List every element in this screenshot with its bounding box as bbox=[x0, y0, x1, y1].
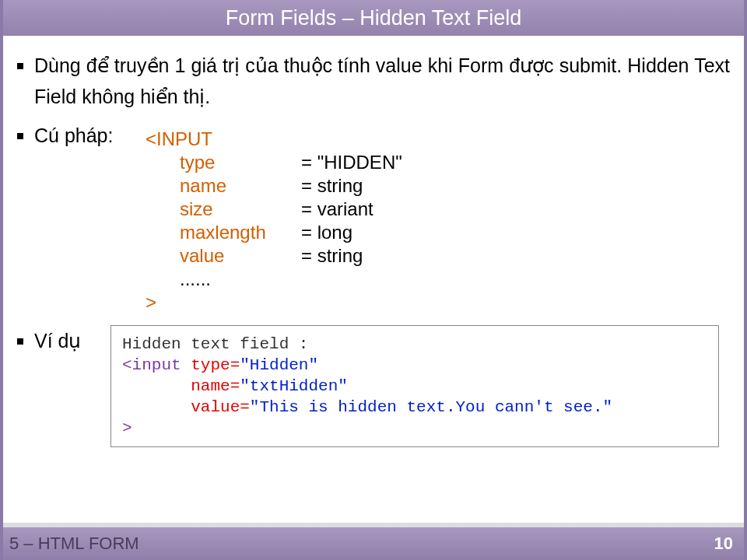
syntax-attr-value: = string bbox=[301, 174, 363, 198]
syntax-ellipsis: ...... bbox=[146, 268, 730, 291]
syntax-attr-name: value bbox=[146, 244, 301, 268]
syntax-row: value = string bbox=[146, 244, 730, 268]
example-code-box: Hidden text field : <input type="Hidden"… bbox=[110, 325, 719, 447]
syntax-attr-value: = "HIDDEN" bbox=[301, 151, 402, 174]
example-section: Ví dụ Hidden text field : <input type="H… bbox=[17, 325, 730, 447]
bullet-icon bbox=[17, 133, 23, 139]
syntax-close-tag: > bbox=[146, 291, 730, 314]
footer-page-number: 10 bbox=[714, 534, 733, 554]
bullet-description-text: Dùng để truyền 1 giá trị của thuộc tính … bbox=[34, 50, 730, 112]
syntax-block: <INPUT type = "HIDDEN" name = string siz… bbox=[146, 128, 730, 314]
syntax-attr-name: type bbox=[146, 151, 301, 174]
example-value: "Hidden" bbox=[240, 356, 318, 374]
syntax-attr-name: size bbox=[146, 198, 301, 221]
bullet-description: Dùng để truyền 1 giá trị của thuộc tính … bbox=[17, 50, 730, 112]
example-tag: <input bbox=[122, 356, 191, 374]
syntax-row: name = string bbox=[146, 174, 730, 198]
syntax-attr-value: = variant bbox=[301, 198, 374, 221]
bullet-example: Ví dụ bbox=[17, 325, 110, 356]
footer: 5 – HTML FORM 10 bbox=[3, 527, 744, 560]
syntax-attr-value: = long bbox=[301, 221, 352, 244]
example-tag-close: > bbox=[122, 419, 132, 437]
syntax-attr-value: = string bbox=[301, 244, 363, 268]
example-attr: type= bbox=[191, 356, 240, 374]
syntax-attr-name: maxlength bbox=[146, 221, 301, 244]
bullet-syntax: Cú pháp: bbox=[17, 120, 730, 151]
footer-section-label: 5 – HTML FORM bbox=[9, 534, 139, 554]
example-value: "txtHidden" bbox=[240, 377, 348, 395]
example-line: Hidden text field : bbox=[122, 335, 308, 353]
slide-title: Form Fields – Hidden Text Field bbox=[3, 0, 744, 36]
slide-content: Dùng để truyền 1 giá trị của thuộc tính … bbox=[3, 36, 744, 447]
syntax-row: size = variant bbox=[146, 198, 730, 221]
example-attr: value= bbox=[191, 398, 250, 416]
bullet-icon bbox=[17, 338, 23, 345]
bullet-example-label: Ví dụ bbox=[34, 325, 110, 356]
bullet-icon bbox=[17, 63, 23, 69]
example-attr: name= bbox=[191, 377, 240, 395]
syntax-row: type = "HIDDEN" bbox=[146, 151, 730, 174]
syntax-row: maxlength = long bbox=[146, 221, 730, 244]
bullet-syntax-label: Cú pháp: bbox=[34, 120, 730, 151]
syntax-attr-name: name bbox=[146, 174, 301, 198]
example-value: "This is hidden text.You cann't see." bbox=[250, 398, 612, 416]
